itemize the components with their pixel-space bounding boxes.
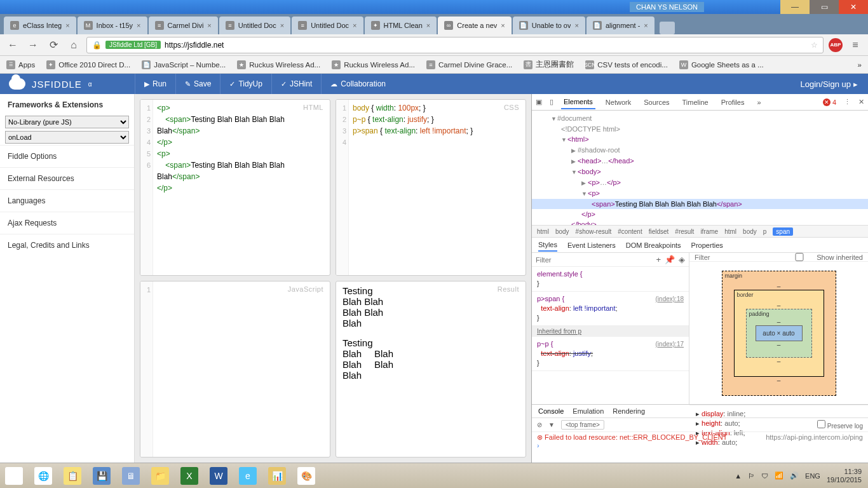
nav-home[interactable]: ⌂ xyxy=(66,37,81,53)
toolbar-action[interactable]: ✓JSHint xyxy=(271,74,321,94)
taskbar-app1[interactable]: 📋 xyxy=(58,464,86,488)
tray-clock[interactable]: 11:39 19/10/2015 xyxy=(827,468,862,484)
browser-tab[interactable]: 📄alignment - × xyxy=(587,17,654,34)
nav-back[interactable]: ← xyxy=(5,37,20,53)
html-pane[interactable]: HTML 12 345 6 <p> <span>Testing Blah Bla… xyxy=(140,99,330,276)
toolbar-action[interactable]: ✎Save xyxy=(175,74,220,94)
bookmark-item[interactable]: ≡Carmel Divine Grace... xyxy=(426,60,512,69)
rule-pspan[interactable]: (index):18 p>span { text-align: left !im… xyxy=(532,292,689,326)
close-tab-icon[interactable]: × xyxy=(353,22,356,29)
close-tab-icon[interactable]: × xyxy=(137,22,140,29)
dock-icon[interactable]: ▣ xyxy=(536,98,542,106)
nav-forward[interactable]: → xyxy=(25,37,41,53)
toolbar-action[interactable]: ✓TidyUp xyxy=(220,74,271,94)
browser-tab[interactable]: MInbox - t15y× xyxy=(78,17,147,34)
dom-breadcrumbs[interactable]: htmlbody#show-result#contentfieldset#res… xyxy=(532,225,868,238)
js-pane[interactable]: JavaScript 1 xyxy=(140,281,330,458)
breadcrumb-item[interactable]: #result xyxy=(675,228,694,235)
tab-dom-breakpoints[interactable]: DOM Breakpoints xyxy=(626,241,681,249)
rule-element-style[interactable]: element.style { } xyxy=(532,267,689,292)
browser-tab[interactable]: ≡Untitled Doc× xyxy=(219,17,290,34)
error-count[interactable]: ✕4 xyxy=(823,98,836,106)
nav-reload[interactable]: ⟳ xyxy=(46,37,61,53)
taskbar-app3[interactable]: 🖥 xyxy=(117,464,145,488)
url-bar[interactable]: 🔒 JSfiddle Ltd [GB] https://jsfiddle.net… xyxy=(86,37,824,53)
computed-filter-input[interactable] xyxy=(695,254,782,261)
start-button[interactable]: ⊞ xyxy=(0,464,28,488)
star-icon[interactable]: ☆ xyxy=(811,41,818,50)
frame-select[interactable]: <top frame> xyxy=(561,420,604,430)
sidebar-option[interactable]: Fiddle Options xyxy=(0,145,134,167)
bookmarks-overflow-icon[interactable]: » xyxy=(858,61,862,69)
breadcrumb-item[interactable]: iframe xyxy=(700,228,718,235)
abp-icon[interactable]: ABP xyxy=(829,38,843,52)
toolbar-action[interactable]: ▶Run xyxy=(135,74,175,94)
system-tray[interactable]: ▲ 🏳 🛡 📶 🔊 ENG 11:39 19/10/2015 xyxy=(728,468,868,484)
sidebar-option[interactable]: Languages xyxy=(0,189,134,212)
close-tab-icon[interactable]: × xyxy=(65,22,69,29)
breadcrumb-item[interactable]: span xyxy=(773,227,793,236)
tab-network[interactable]: Network xyxy=(603,98,634,106)
browser-tab[interactable]: 📄Unable to ov× xyxy=(513,17,585,34)
new-tab-button[interactable] xyxy=(660,22,675,34)
tray-sound-icon[interactable]: 🔊 xyxy=(790,471,799,480)
bookmark-item[interactable]: WGoogle Sheets as a ... xyxy=(679,60,764,69)
taskbar-word[interactable]: W xyxy=(205,464,233,488)
jsfiddle-logo[interactable]: JSFIDDLE α xyxy=(0,78,135,90)
taskbar-ie[interactable]: e xyxy=(234,464,262,488)
bookmark-item[interactable]: ★Ruckus Wireless Ad... xyxy=(237,60,320,69)
tab-elements[interactable]: Elements xyxy=(561,98,595,109)
devtools-close-icon[interactable]: ✕ xyxy=(858,98,864,106)
taskbar-paint[interactable]: 🎨 xyxy=(292,464,320,488)
tab-event-listeners[interactable]: Event Listeners xyxy=(567,241,616,249)
tab-profiles[interactable]: Profiles xyxy=(719,98,747,106)
filter-icon[interactable]: ▼ xyxy=(548,421,555,428)
tab-console[interactable]: Console xyxy=(538,407,564,415)
onload-select[interactable]: onLoad xyxy=(5,131,129,144)
close-tab-icon[interactable]: × xyxy=(207,22,211,29)
browser-tab[interactable]: ≡Carmel Divi× xyxy=(149,17,218,34)
browser-tab[interactable]: eeClass Integ× xyxy=(4,17,76,34)
tab-more[interactable]: » xyxy=(754,98,763,106)
bookmark-item[interactable]: SCNCSV tests of encodi... xyxy=(585,60,668,69)
bookmark-item[interactable]: 書主恩團書館 xyxy=(524,60,574,69)
breadcrumb-item[interactable]: #show-result xyxy=(576,228,612,235)
browser-tab[interactable]: ✦HTML Clean× xyxy=(365,17,437,34)
login-link[interactable]: Login/Sign up▸ xyxy=(790,79,868,89)
toolbar-action[interactable]: ☁Collaboration xyxy=(321,74,395,94)
taskbar-chrome[interactable]: 🌐 xyxy=(29,464,57,488)
breadcrumb-item[interactable]: #content xyxy=(618,228,642,235)
taskbar-explorer[interactable]: 📁 xyxy=(146,464,174,488)
preserve-log-checkbox[interactable] xyxy=(817,420,825,428)
rule-pp[interactable]: (index):17 p~p { text-align: justify; } xyxy=(532,337,689,371)
window-close[interactable]: ✕ xyxy=(839,0,868,14)
bookmark-item[interactable]: ⠿Apps xyxy=(6,60,35,69)
html-code[interactable]: <p> <span>Testing Blah Blah Blah Blah Bl… xyxy=(140,100,330,196)
menu-icon[interactable]: ≡ xyxy=(848,37,863,53)
state-icon[interactable]: ◈ xyxy=(679,255,685,264)
add-rule-icon[interactable]: + xyxy=(656,255,661,264)
sidebar-option[interactable]: Ajax Requests xyxy=(0,212,134,234)
tray-up-icon[interactable]: ▲ xyxy=(735,472,742,480)
taskbar-excel[interactable]: X xyxy=(175,464,203,488)
css-code[interactable]: body { width: 100px; } p~p { text-align:… xyxy=(336,100,526,139)
css-pane[interactable]: CSS 123 4 body { width: 100px; } p~p { t… xyxy=(336,99,526,276)
bookmark-item[interactable]: ★Ruckus Wireless Ad... xyxy=(332,60,415,69)
breadcrumb-item[interactable]: html xyxy=(537,228,549,235)
tray-shield-icon[interactable]: 🛡 xyxy=(761,472,768,480)
tab-styles[interactable]: Styles xyxy=(538,241,557,252)
taskbar-app4[interactable]: 📊 xyxy=(263,464,291,488)
breadcrumb-item[interactable]: p xyxy=(763,228,767,235)
tab-rendering[interactable]: Rendering xyxy=(613,407,645,415)
close-tab-icon[interactable]: × xyxy=(574,22,578,29)
clear-console-icon[interactable]: ⊘ xyxy=(537,421,542,428)
window-minimize[interactable]: — xyxy=(780,0,810,14)
tab-timeline[interactable]: Timeline xyxy=(680,98,711,106)
breadcrumb-item[interactable]: html xyxy=(724,228,736,235)
breadcrumb-item[interactable]: body xyxy=(743,228,757,235)
tab-sources[interactable]: Sources xyxy=(641,98,672,106)
breadcrumb-item[interactable]: fieldset xyxy=(649,228,669,235)
console-output[interactable]: ⊗ Failed to load resource: net::ERR_BLOC… xyxy=(532,432,868,463)
close-tab-icon[interactable]: × xyxy=(644,22,648,29)
taskbar-app2[interactable]: 💾 xyxy=(88,464,116,488)
